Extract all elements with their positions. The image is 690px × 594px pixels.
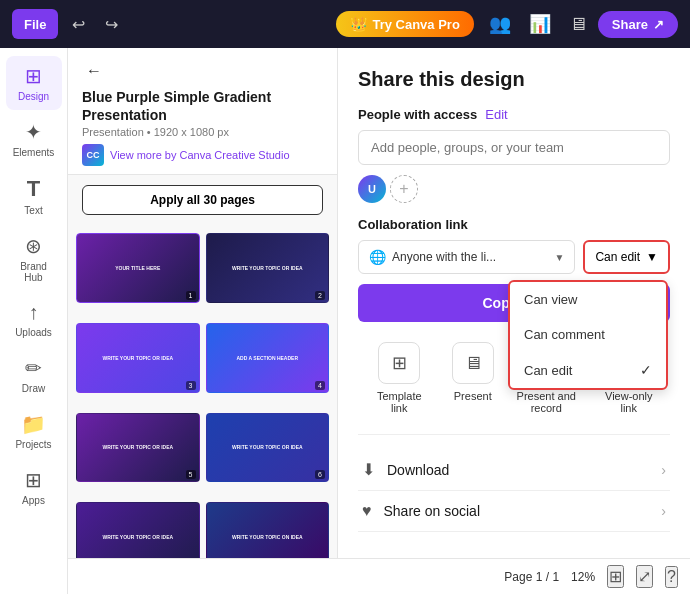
help-button[interactable]: ? bbox=[665, 566, 678, 588]
share-button[interactable]: Share ↗ bbox=[598, 11, 678, 38]
file-button[interactable]: File bbox=[12, 9, 58, 39]
slide-text-3: WRITE YOUR TOPIC OR IDEA bbox=[89, 355, 186, 361]
present-label: Present bbox=[454, 390, 492, 402]
sidebar-item-uploads-label: Uploads bbox=[15, 327, 52, 338]
share-social-icon: ♥ bbox=[362, 502, 372, 520]
slide-thumb-4[interactable]: ADD A SECTION HEADER 4 bbox=[206, 323, 330, 392]
slide-number-6: 6 bbox=[315, 470, 325, 479]
present-icon[interactable]: 🖥 bbox=[562, 10, 594, 39]
sidebar-item-text-label: Text bbox=[24, 205, 42, 216]
slide-text-2: WRITE YOUR TOPIC OR IDEA bbox=[219, 265, 316, 271]
slide-thumb-5[interactable]: WRITE YOUR TOPIC OR IDEA 5 bbox=[76, 413, 200, 482]
sidebar-item-text[interactable]: T Text bbox=[6, 168, 62, 224]
analytics-icon[interactable]: 📊 bbox=[522, 9, 558, 39]
crown-icon: 👑 bbox=[350, 16, 367, 32]
undo-button[interactable]: ↩ bbox=[66, 11, 91, 38]
slide-number-2: 2 bbox=[315, 291, 325, 300]
try-pro-label: Try Canva Pro bbox=[372, 17, 459, 32]
try-pro-button[interactable]: 👑 Try Canva Pro bbox=[336, 11, 473, 37]
share-arrow-icon: ↗ bbox=[653, 17, 664, 32]
check-icon: ✓ bbox=[640, 362, 652, 378]
slide-text-8: WRITE YOUR TOPIC ON IDEA bbox=[219, 534, 316, 540]
sidebar-item-draw-label: Draw bbox=[22, 383, 45, 394]
zoom-level: 12% bbox=[571, 570, 595, 584]
sidebar-item-brand-hub[interactable]: ⊛ Brand Hub bbox=[6, 226, 62, 291]
edit-access-link[interactable]: Edit bbox=[485, 107, 507, 122]
canvas-author: CC View more by Canva Creative Studio bbox=[82, 144, 323, 166]
slide-text-6: WRITE YOUR TOPIC OR IDEA bbox=[219, 444, 316, 450]
share-social-list-item[interactable]: ♥ Share on social › bbox=[358, 491, 670, 532]
redo-button[interactable]: ↪ bbox=[99, 11, 124, 38]
canvas-subtitle: Presentation • 1920 x 1080 px bbox=[82, 126, 323, 138]
share-panel: Share this design People with access Edi… bbox=[338, 48, 690, 594]
collaborate-icon[interactable]: 👥 bbox=[482, 9, 518, 39]
slide-number-1: 1 bbox=[186, 291, 196, 300]
slide-thumb-3[interactable]: WRITE YOUR TOPIC OR IDEA 3 bbox=[76, 323, 200, 392]
left-sidebar: ⊞ Design ✦ Elements T Text ⊛ Brand Hub ↑… bbox=[0, 48, 68, 594]
topbar: File ↩ ↪ 👑 Try Canva Pro 👥 📊 🖥 Share ↗ bbox=[0, 0, 690, 48]
sidebar-item-apps[interactable]: ⊞ Apps bbox=[6, 460, 62, 514]
present-action-icon: 🖥 bbox=[452, 342, 494, 384]
author-avatar: CC bbox=[82, 144, 104, 166]
present-button[interactable]: 🖥 Present bbox=[444, 336, 502, 420]
sidebar-item-uploads[interactable]: ↑ Uploads bbox=[6, 293, 62, 346]
sidebar-item-design[interactable]: ⊞ Design bbox=[6, 56, 62, 110]
add-person-button[interactable]: + bbox=[390, 175, 418, 203]
permission-label: Can edit bbox=[595, 250, 640, 264]
design-icon: ⊞ bbox=[25, 64, 42, 88]
slide-text-4: ADD A SECTION HEADER bbox=[219, 355, 316, 361]
slides-grid: YOUR TITLE HERE 1 WRITE YOUR TOPIC OR ID… bbox=[68, 225, 337, 594]
download-icon: ⬇ bbox=[362, 460, 375, 479]
sidebar-item-elements-label: Elements bbox=[13, 147, 55, 158]
can-view-label: Can view bbox=[524, 292, 577, 307]
slide-thumb-6[interactable]: WRITE YOUR TOPIC OR IDEA 6 bbox=[206, 413, 330, 482]
sidebar-item-brand-hub-label: Brand Hub bbox=[12, 261, 56, 283]
download-list-item[interactable]: ⬇ Download › bbox=[358, 449, 670, 491]
apps-icon: ⊞ bbox=[25, 468, 42, 492]
apply-all-button[interactable]: Apply all 30 pages bbox=[82, 185, 323, 215]
back-button[interactable]: ← bbox=[82, 60, 106, 82]
collab-link-row: 🌐 Anyone with the li... ▼ Can edit ▼ Can… bbox=[358, 240, 670, 274]
slide-text-1: YOUR TITLE HERE bbox=[89, 265, 186, 271]
download-label: Download bbox=[387, 462, 661, 478]
slide-number-5: 5 bbox=[186, 470, 196, 479]
link-access-dropdown[interactable]: 🌐 Anyone with the li... ▼ bbox=[358, 240, 575, 274]
sidebar-item-elements[interactable]: ✦ Elements bbox=[6, 112, 62, 166]
people-label: People with access bbox=[358, 107, 477, 122]
permission-dropdown[interactable]: Can edit ▼ Can view Can comment Can edit… bbox=[583, 240, 670, 274]
present-record-label: Present and record bbox=[516, 390, 576, 414]
can-comment-label: Can comment bbox=[524, 327, 605, 342]
slide-thumb-2[interactable]: WRITE YOUR TOPIC OR IDEA 2 bbox=[206, 233, 330, 302]
dropdown-item-can-view[interactable]: Can view bbox=[510, 282, 666, 317]
view-only-link-label: View-only link bbox=[599, 390, 659, 414]
topbar-right-icons: 👥 📊 🖥 Share ↗ bbox=[482, 9, 678, 39]
canvas-panel: ← Blue Purple Simple Gradient Presentati… bbox=[68, 48, 338, 594]
sidebar-item-projects[interactable]: 📁 Projects bbox=[6, 404, 62, 458]
sidebar-item-draw[interactable]: ✏ Draw bbox=[6, 348, 62, 402]
dropdown-item-can-comment[interactable]: Can comment bbox=[510, 317, 666, 352]
text-icon: T bbox=[27, 176, 40, 202]
draw-icon: ✏ bbox=[25, 356, 42, 380]
can-edit-label: Can edit bbox=[524, 363, 572, 378]
grid-view-button[interactable]: ⊞ bbox=[607, 565, 624, 588]
dropdown-item-can-edit[interactable]: Can edit ✓ bbox=[510, 352, 666, 388]
permission-dropdown-menu: Can view Can comment Can edit ✓ bbox=[508, 280, 668, 390]
projects-icon: 📁 bbox=[21, 412, 46, 436]
slide-number-3: 3 bbox=[186, 381, 196, 390]
author-link[interactable]: View more by Canva Creative Studio bbox=[110, 149, 290, 161]
user-avatar: U bbox=[358, 175, 386, 203]
link-access-text: Anyone with the li... bbox=[392, 250, 549, 264]
slide-thumb-1[interactable]: YOUR TITLE HERE 1 bbox=[76, 233, 200, 302]
elements-icon: ✦ bbox=[25, 120, 42, 144]
share-social-label: Share on social bbox=[384, 503, 662, 519]
page-indicator: Page 1 / 1 bbox=[504, 570, 559, 584]
slide-text-7: WRITE YOUR TOPIC OR IDEA bbox=[89, 534, 186, 540]
template-link-button[interactable]: ⊞ Template link bbox=[361, 336, 437, 420]
canvas-header: ← Blue Purple Simple Gradient Presentati… bbox=[68, 48, 337, 175]
canvas-title: Blue Purple Simple Gradient Presentation bbox=[82, 88, 323, 124]
fullscreen-button[interactable]: ⤢ bbox=[636, 565, 653, 588]
people-input[interactable] bbox=[358, 130, 670, 165]
main-layout: ⊞ Design ✦ Elements T Text ⊛ Brand Hub ↑… bbox=[0, 48, 690, 594]
share-title: Share this design bbox=[358, 68, 670, 91]
people-access-row: People with access Edit bbox=[358, 107, 670, 122]
